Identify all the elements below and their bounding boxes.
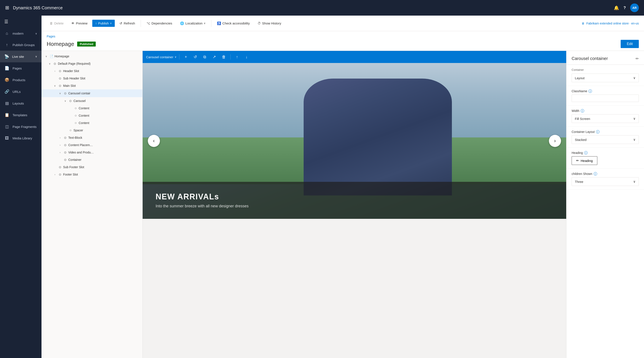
tree-item-sub-header-slot[interactable]: ⊙ Sub Header Slot <box>42 75 142 82</box>
status-badge: Published <box>77 42 96 47</box>
tree-item-header-slot[interactable]: › ⊙ Header Slot <box>42 67 142 75</box>
ct-delete-btn[interactable]: 🗑 <box>220 53 228 61</box>
width-value: Fill Screen <box>575 117 590 121</box>
expand-homepage[interactable]: ∨ <box>44 54 48 58</box>
tree-panel: ∨ 📄 Homepage ∨ ⊙ Default Page (Required)… <box>42 51 143 358</box>
sidebar-collapse-btn[interactable]: ☰ <box>0 16 42 28</box>
sidebar-item-layouts[interactable]: ▤ Layouts <box>0 97 42 109</box>
show-history-button[interactable]: ⏱ Show History <box>254 20 284 27</box>
sidebar-label-live-site: Live site <box>12 55 24 58</box>
heading-button[interactable]: ✏ Heading <box>572 156 597 165</box>
expand-text-block[interactable]: › <box>58 135 62 140</box>
children-shown-section: children Shown i Three ∨ <box>566 169 644 190</box>
heading-btn-label: Heading <box>581 159 593 162</box>
container-section: Container Layout ∨ <box>566 65 644 86</box>
expand-video-product[interactable]: › <box>58 150 62 154</box>
publish-button[interactable]: ↑ Publish ∨ <box>92 20 115 27</box>
tree-item-spacer[interactable]: ○ Spacer <box>42 127 142 134</box>
ct-refresh-btn[interactable]: ↺ <box>192 53 199 61</box>
localization-button[interactable]: 🌐 Localization ∨ <box>177 20 208 27</box>
content-icon-1: ○ <box>74 106 78 110</box>
grid-icon[interactable]: ⊞ <box>5 5 9 11</box>
classname-info-icon[interactable]: i <box>588 89 592 93</box>
expand-content-placement[interactable]: › <box>58 143 62 147</box>
dependencies-label: Dependencies <box>152 22 172 25</box>
tree-item-content-2[interactable]: ○ Content <box>42 112 142 119</box>
ct-copy-btn[interactable]: ⧉ <box>201 53 209 61</box>
children-shown-dropdown[interactable]: Three ∨ <box>572 177 639 186</box>
person-figure <box>304 79 452 196</box>
tree-label-text-block: Text-Block <box>68 136 140 139</box>
refresh-button[interactable]: ↺ Refresh <box>116 20 138 27</box>
sidebar-item-modern[interactable]: ⌂ modern ∨ <box>0 28 42 39</box>
dependencies-button[interactable]: ⌥ Dependencies <box>144 20 175 27</box>
live-site-icon: 📡 <box>4 54 9 59</box>
component-icon-sub-footer: ⊙ <box>58 165 62 169</box>
expand-header-slot[interactable]: › <box>53 69 57 73</box>
sidebar-item-products[interactable]: 📦 Products <box>0 74 42 86</box>
sidebar-item-media-library[interactable]: 🖼 Media Library <box>0 132 42 144</box>
tree-item-footer-slot[interactable]: › ⊙ Footer Slot <box>42 171 142 178</box>
breadcrumb[interactable]: Pages <box>47 35 639 38</box>
expand-main-slot[interactable]: ∨ <box>53 84 57 88</box>
sidebar-label-products: Products <box>12 78 25 82</box>
preview-button[interactable]: 👁 Preview <box>68 20 90 27</box>
help-icon[interactable]: ? <box>624 6 626 10</box>
page-title-left: Homepage Published <box>47 41 96 47</box>
carousel-prev-btn[interactable]: ‹ <box>148 135 160 147</box>
sidebar-item-publish-groups[interactable]: ↑ Publish Groups <box>0 39 42 51</box>
sidebar-item-pages[interactable]: 📄 Pages <box>0 62 42 74</box>
ct-move-up-btn[interactable]: ↑ <box>233 53 241 61</box>
container-layout-dropdown[interactable]: Stacked ∨ <box>572 135 639 144</box>
container-layout-info-icon[interactable]: i <box>596 130 600 133</box>
tree-item-container[interactable]: ⊙ Container <box>42 156 142 163</box>
avatar[interactable]: AR <box>630 4 639 12</box>
container-layout-value: Stacked <box>575 138 586 141</box>
sidebar-item-urls[interactable]: 🔗 URLs <box>0 86 42 97</box>
edit-button[interactable]: Edit <box>621 40 639 48</box>
localization-chevron-icon: ∨ <box>204 22 206 25</box>
expand-carousel-container[interactable]: ∨ <box>58 91 62 95</box>
ct-move-down-btn[interactable]: ↓ <box>243 53 250 61</box>
right-panel-edit-icon[interactable]: ✏ <box>636 56 639 61</box>
width-info-icon[interactable]: i <box>581 109 584 113</box>
heading-info-icon[interactable]: i <box>584 151 588 154</box>
tree-label-content-1: Content <box>79 106 140 110</box>
carousel-title: NEW ARRIVALs <box>156 192 553 201</box>
tree-item-default-page[interactable]: ∨ ⊙ Default Page (Required) <box>42 60 142 67</box>
ct-export-btn[interactable]: ↗ <box>210 53 218 61</box>
carousel-next-btn[interactable]: › <box>549 135 561 147</box>
layout: ☰ ⌂ modern ∨ ↑ Publish Groups 📡 Live sit… <box>0 0 644 358</box>
sidebar-label-templates: Templates <box>12 113 27 117</box>
content-icon-3: ○ <box>74 121 78 125</box>
tree-item-carousel[interactable]: ∨ ⊙ Carousel <box>42 97 142 105</box>
sidebar: ☰ ⌂ modern ∨ ↑ Publish Groups 📡 Live sit… <box>0 16 42 358</box>
classname-input[interactable] <box>572 95 639 102</box>
tree-item-homepage[interactable]: ∨ 📄 Homepage <box>42 53 142 60</box>
delete-label: Delete <box>54 22 64 25</box>
delete-button[interactable]: 🗑 Delete <box>47 20 66 27</box>
tree-item-content-placement[interactable]: › ⊙ Content Placem… <box>42 141 142 149</box>
ct-add-btn[interactable]: + <box>182 53 190 61</box>
children-info-icon[interactable]: i <box>594 172 597 175</box>
tree-item-carousel-container[interactable]: ∨ ⊙ Carousel contair ••• <box>42 89 142 97</box>
container-layout-label: Container Layout i <box>572 130 639 133</box>
sidebar-item-page-fragments[interactable]: ◫ Page Fragments <box>0 121 42 132</box>
layout-dropdown[interactable]: Layout ∨ <box>572 74 639 82</box>
notification-icon[interactable]: 🔔 <box>614 5 619 10</box>
expand-default-page[interactable]: ∨ <box>48 62 52 66</box>
expand-footer-slot[interactable]: › <box>53 172 57 176</box>
tree-item-sub-footer[interactable]: ⊙ Sub Footer Slot <box>42 163 142 171</box>
tree-item-content-1[interactable]: ○ Content <box>42 105 142 112</box>
check-accessibility-button[interactable]: ♿ Check accessibility <box>214 20 253 27</box>
width-dropdown[interactable]: Fill Screen ∨ <box>572 114 639 123</box>
tree-item-video-product[interactable]: › ⊙ Video and Produ… <box>42 149 142 156</box>
expand-carousel[interactable]: ∨ <box>63 99 68 103</box>
tree-item-text-block[interactable]: › ⊙ Text-Block <box>42 134 142 141</box>
tree-item-content-3[interactable]: ○ Content <box>42 119 142 127</box>
sidebar-item-templates[interactable]: 📋 Templates <box>0 109 42 121</box>
app-title: Dynamics 365 Commerce <box>13 6 614 10</box>
tree-item-main-slot[interactable]: ∨ ⊙ Main Slot <box>42 82 142 89</box>
sidebar-item-live-site[interactable]: 📡 Live site ∨ <box>0 51 42 62</box>
refresh-icon: ↺ <box>120 22 122 25</box>
